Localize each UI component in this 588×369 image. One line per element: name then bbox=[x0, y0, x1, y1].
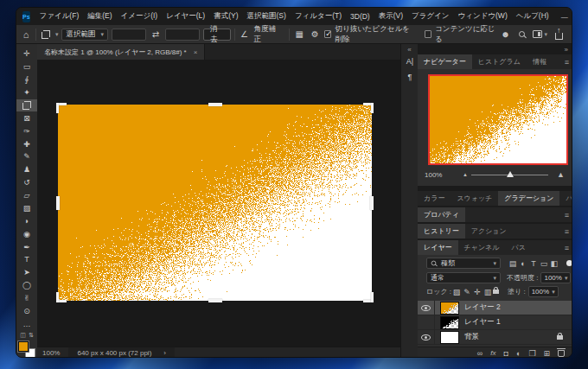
filter-pixel-layers-icon[interactable]: ▤ bbox=[508, 259, 518, 268]
visibility-toggle[interactable] bbox=[418, 301, 435, 315]
menu-filter[interactable]: フィルター(T) bbox=[291, 11, 346, 22]
rectangular-marquee-tool[interactable]: ▭ bbox=[16, 60, 37, 73]
share-icon[interactable] bbox=[555, 33, 563, 40]
clear-button[interactable]: 消去 bbox=[203, 29, 230, 41]
adjustment-layer-icon[interactable]: ◐ bbox=[516, 349, 521, 358]
quick-mask-icon[interactable]: ◫ bbox=[20, 332, 26, 339]
navigator-zoom-value[interactable]: 100% bbox=[425, 171, 451, 179]
filter-toggle-icon[interactable] bbox=[566, 260, 572, 266]
crop-tool[interactable] bbox=[16, 99, 37, 112]
spot-healing-tool[interactable]: ✚ bbox=[16, 137, 37, 150]
zoom-out-mountain-icon[interactable]: ▲ bbox=[463, 172, 468, 177]
layer-name[interactable]: レイヤー 2 bbox=[464, 302, 501, 313]
lock-artboard-icon[interactable]: ▥ bbox=[483, 288, 493, 296]
menu-help[interactable]: ヘルプ(H) bbox=[512, 11, 553, 22]
panel-menu-icon[interactable]: ≡ bbox=[565, 227, 569, 236]
group-layers-icon[interactable]: ❒ bbox=[528, 349, 535, 358]
menu-image[interactable]: イメージ(I) bbox=[117, 11, 163, 22]
crop-handle-left[interactable] bbox=[56, 196, 60, 210]
layer-row-layer1[interactable]: レイヤー 1 bbox=[418, 315, 572, 330]
lasso-tool[interactable]: ∮ bbox=[16, 73, 37, 86]
layer-filter-dropdown[interactable]: 種類 ▾ bbox=[426, 258, 501, 269]
zoom-level[interactable]: 100% bbox=[42, 349, 60, 357]
crop-preset-dropdown[interactable]: 選択範囲 ▾ bbox=[61, 29, 108, 41]
workspace-switcher[interactable]: ▾ bbox=[533, 30, 547, 38]
clone-stamp-tool[interactable]: ♟ bbox=[16, 163, 37, 176]
layer-thumbnail[interactable] bbox=[440, 331, 459, 344]
lock-position-icon[interactable]: ✛ bbox=[472, 288, 483, 296]
character-panel-icon[interactable]: A| bbox=[401, 54, 419, 68]
eyedropper-tool[interactable]: ✑ bbox=[16, 124, 37, 137]
layer-thumbnail[interactable] bbox=[440, 316, 459, 329]
expand-dock-icon[interactable]: « bbox=[401, 46, 418, 54]
layer-name[interactable]: 背景 bbox=[464, 332, 479, 342]
search-icon[interactable] bbox=[519, 31, 525, 37]
tab-actions[interactable]: アクション bbox=[465, 224, 513, 239]
menu-type[interactable]: 書式(Y) bbox=[209, 11, 242, 22]
tab-layers[interactable]: レイヤー bbox=[418, 240, 458, 255]
slider-thumb[interactable] bbox=[507, 171, 514, 177]
panel-menu-icon[interactable]: ≡ bbox=[565, 58, 569, 67]
shape-tool[interactable]: ◯ bbox=[16, 279, 37, 292]
link-layers-icon[interactable]: ∞ bbox=[477, 349, 483, 358]
pen-tool[interactable]: ✒ bbox=[16, 240, 37, 253]
tab-properties[interactable]: プロパティ bbox=[418, 207, 465, 222]
tab-paths[interactable]: パス bbox=[506, 240, 532, 255]
frame-tool[interactable]: ⊠ bbox=[16, 111, 37, 124]
blend-mode-dropdown[interactable]: 通常 ▾ bbox=[426, 272, 501, 283]
tab-navigator[interactable]: ナビゲーター bbox=[418, 54, 472, 69]
layer-name[interactable]: レイヤー 1 bbox=[464, 317, 501, 328]
crop-handle-top-right[interactable] bbox=[363, 103, 374, 113]
crop-handle-bottom-right[interactable] bbox=[363, 292, 374, 302]
eraser-tool[interactable]: ▱ bbox=[16, 189, 37, 202]
blur-tool[interactable]: ◗ bbox=[16, 214, 37, 227]
layer-row-background[interactable]: 背景 bbox=[418, 330, 572, 345]
gradient-tool[interactable]: ▨ bbox=[16, 202, 37, 215]
zoom-tool[interactable]: ⊙ bbox=[16, 305, 37, 318]
tab-gradients[interactable]: グラデーション bbox=[498, 191, 559, 206]
swap-dimensions-icon[interactable]: ⇄ bbox=[150, 29, 162, 39]
move-tool[interactable]: ✛ bbox=[16, 48, 37, 60]
navigator-preview[interactable] bbox=[428, 74, 568, 165]
screen-mode-icon[interactable]: ⇅ bbox=[29, 332, 34, 339]
edit-toolbar-button[interactable]: … bbox=[16, 317, 37, 330]
menu-file[interactable]: ファイル(F) bbox=[35, 11, 84, 22]
crop-handle-bottom[interactable] bbox=[208, 299, 222, 302]
tab-color[interactable]: カラー bbox=[418, 191, 451, 206]
object-selection-tool[interactable]: ✦ bbox=[16, 86, 37, 99]
add-mask-icon[interactable]: ◘ bbox=[504, 349, 508, 358]
tool-preset-chevron-icon[interactable]: ▾ bbox=[55, 31, 59, 38]
dodge-tool[interactable]: ◉ bbox=[16, 227, 37, 240]
history-brush-tool[interactable]: ↺ bbox=[16, 176, 37, 189]
overlay-options-icon[interactable]: ▦ bbox=[293, 29, 305, 39]
menu-select[interactable]: 選択範囲(S) bbox=[243, 11, 291, 22]
tab-patterns[interactable]: パターン bbox=[559, 191, 572, 206]
crop-tool-icon[interactable] bbox=[40, 30, 52, 39]
home-icon[interactable]: ⌂ bbox=[20, 29, 32, 40]
lock-transparent-pixels-icon[interactable]: ▨ bbox=[451, 288, 462, 296]
crop-settings-gear-icon[interactable]: ⚙ bbox=[309, 29, 321, 39]
tab-history[interactable]: ヒストリー bbox=[418, 224, 465, 239]
menu-view[interactable]: 表示(V) bbox=[374, 11, 407, 22]
delete-layer-icon[interactable] bbox=[558, 350, 565, 357]
visibility-toggle[interactable] bbox=[418, 315, 435, 329]
fill-value-dropdown[interactable]: 100% ▾ bbox=[528, 286, 559, 297]
lock-image-pixels-icon[interactable]: ✎ bbox=[462, 288, 472, 296]
path-selection-tool[interactable]: ➤ bbox=[16, 266, 37, 279]
collapse-dock-icon[interactable]: » bbox=[565, 46, 568, 54]
crop-handle-right[interactable] bbox=[370, 196, 374, 210]
paragraph-panel-icon[interactable]: ¶ bbox=[401, 70, 419, 84]
menu-edit[interactable]: 編集(E) bbox=[83, 11, 116, 22]
crop-handle-bottom-left[interactable] bbox=[56, 292, 67, 302]
tab-histogram[interactable]: ヒストグラム bbox=[472, 54, 527, 69]
layer-thumbnail[interactable] bbox=[440, 302, 459, 315]
background-lock-icon[interactable] bbox=[557, 335, 563, 340]
crop-height-input[interactable] bbox=[165, 29, 200, 41]
menu-plugins[interactable]: プラグイン bbox=[407, 11, 454, 22]
new-layer-icon[interactable]: ⊞ bbox=[543, 349, 550, 358]
menu-3d[interactable]: 3D(D) bbox=[346, 12, 374, 21]
layer-style-fx-icon[interactable]: fx bbox=[490, 349, 495, 357]
crop-handle-top[interactable] bbox=[208, 103, 222, 106]
navigator-zoom-slider[interactable] bbox=[471, 175, 548, 175]
visibility-toggle[interactable] bbox=[418, 330, 435, 344]
